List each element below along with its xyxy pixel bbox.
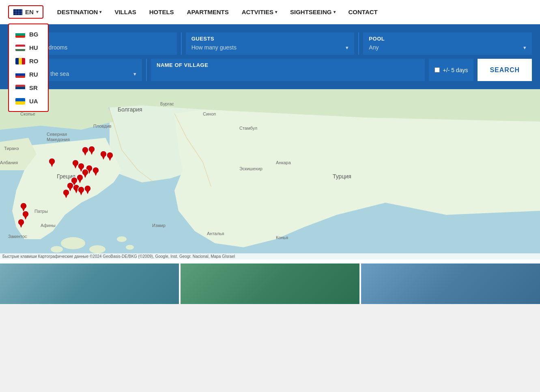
main-nav: DESTINATION ▾ VILLAS HOTELS APARTMENTS A… [52, 5, 532, 19]
svg-text:Турция: Турция [333, 173, 351, 180]
svg-text:Скопье: Скопье [20, 111, 35, 116]
lang-option-sr[interactable]: SR [9, 81, 48, 94]
nav-activities-label: ACTVITIES [242, 9, 273, 15]
lang-option-ro[interactable]: RO [9, 54, 48, 68]
nav-villas-label: VILLAS [114, 9, 136, 15]
bg-flag-icon [15, 31, 25, 38]
svg-text:Бургас: Бургас [160, 101, 174, 106]
map-section[interactable]: Болгария Греция Турция Косово Скопье Пло… [0, 89, 540, 259]
svg-text:Конья: Конья [276, 235, 288, 240]
search-section: BEDROOMS How many bedrooms 123 456+ GUES… [0, 24, 540, 89]
lang-option-ua[interactable]: UA [9, 94, 48, 108]
en-flag-icon [13, 9, 23, 15]
guests-field: GUESTS How many guests 123 456 78+ ▾ [186, 32, 355, 55]
svg-point-4 [117, 236, 127, 242]
nav-hotels-label: HOTELS [149, 9, 174, 15]
nav-apartments-label: APARTMENTS [187, 9, 229, 15]
nav-villas[interactable]: VILLAS [109, 5, 142, 19]
svg-point-3 [51, 246, 63, 253]
map-attribution-text: Быстрые клавиши Картографические данные … [2, 254, 235, 259]
village-label: NAME OF VILLAGE [151, 59, 425, 69]
gallery-item-2[interactable] [181, 263, 359, 304]
search-row-2: DISTANCE Distance from the sea < 100m< 2… [8, 59, 532, 81]
svg-point-2 [89, 245, 105, 253]
svg-text:Измир: Измир [152, 223, 166, 228]
lang-hu-label: HU [29, 44, 38, 51]
days-checkbox-label[interactable]: +/- 5 days [435, 67, 468, 73]
lang-sr-label: SR [29, 84, 38, 91]
language-dropdown: BG HU RO RU SR UA [8, 24, 49, 112]
village-input[interactable] [151, 69, 425, 81]
nav-apartments[interactable]: APARTMENTS [181, 5, 235, 19]
nav-hotels[interactable]: HOTELS [144, 5, 180, 19]
gallery-section [0, 259, 540, 304]
days-checkbox[interactable] [435, 67, 440, 73]
nav-contact-label: CONTACT [349, 9, 378, 15]
gallery-item-1[interactable] [0, 263, 179, 304]
activities-chevron-icon: ▾ [275, 10, 277, 14]
map-svg: Болгария Греция Турция Косово Скопье Пло… [0, 89, 540, 259]
svg-text:Болгария: Болгария [118, 106, 142, 113]
guests-select[interactable]: How many guests 123 456 78+ [191, 44, 346, 51]
pool-label: POOL [363, 32, 532, 43]
pool-chevron-icon: ▾ [523, 45, 526, 51]
lang-option-ru[interactable]: RU [9, 68, 48, 81]
lang-option-hu[interactable]: HU [9, 41, 48, 54]
lang-option-bg[interactable]: BG [9, 28, 48, 41]
lang-chevron-icon: ▾ [36, 9, 39, 15]
pool-control: Any Yes No ▾ [363, 43, 532, 55]
ru-flag-icon [15, 71, 25, 78]
nav-sightseeing-label: SIGHTSEEING [290, 9, 332, 15]
pool-select[interactable]: Any Yes No [369, 44, 523, 51]
days-wrapper: +/- 5 days [429, 59, 474, 81]
lang-ro-label: RO [29, 58, 39, 64]
guests-control: How many guests 123 456 78+ ▾ [186, 43, 355, 55]
gallery-item-3[interactable] [361, 263, 540, 304]
nav-destination-label: DESTINATION [57, 9, 98, 15]
svg-text:Патры: Патры [34, 209, 48, 214]
svg-text:Анталья: Анталья [207, 231, 224, 236]
svg-text:Тиранэ: Тиранэ [4, 146, 19, 151]
map-attribution: Быстрые клавиши Картографические данные … [0, 253, 540, 259]
nav-contact[interactable]: CONTACT [343, 5, 383, 19]
sr-flag-icon [15, 85, 25, 91]
sightseeing-chevron-icon: ▾ [333, 10, 336, 14]
language-selector[interactable]: EN ▾ [8, 5, 43, 19]
ua-flag-icon [15, 98, 25, 105]
days-label: +/- 5 days [443, 67, 468, 73]
pool-field: POOL Any Yes No ▾ [363, 32, 532, 55]
nav-destination[interactable]: DESTINATION ▾ [52, 5, 108, 19]
svg-text:Синоп: Синоп [203, 111, 216, 116]
svg-text:Македония: Македония [47, 137, 70, 142]
svg-text:Анкара: Анкара [276, 160, 291, 165]
svg-text:Закинтос: Закинтос [8, 234, 27, 239]
svg-text:Северная: Северная [47, 132, 67, 137]
guests-chevron-icon: ▾ [346, 45, 349, 51]
village-field: NAME OF VILLAGE [151, 59, 425, 81]
svg-point-1 [61, 237, 85, 249]
svg-text:Стамбул: Стамбул [239, 126, 257, 131]
svg-point-5 [126, 245, 134, 250]
lang-ru-label: RU [29, 71, 38, 78]
sep-1 [181, 32, 182, 55]
sep-2 [358, 32, 359, 55]
current-lang-label: EN [25, 9, 34, 15]
hu-flag-icon [15, 45, 25, 51]
ro-flag-icon [15, 58, 25, 64]
lang-ua-label: UA [29, 98, 38, 105]
guests-label: GUESTS [186, 32, 355, 43]
destination-chevron-icon: ▾ [99, 10, 101, 14]
search-row-1: BEDROOMS How many bedrooms 123 456+ GUES… [8, 32, 532, 55]
svg-text:Пловдив: Пловдив [93, 124, 112, 129]
distance-chevron-icon: ▾ [133, 71, 136, 77]
lang-bg-label: BG [29, 31, 39, 38]
nav-activities[interactable]: ACTVITIES ▾ [236, 5, 283, 19]
sep-3 [146, 59, 147, 81]
svg-text:Эскишехир: Эскишехир [239, 166, 262, 171]
nav-sightseeing[interactable]: SIGHTSEEING ▾ [284, 5, 341, 19]
svg-text:Афины: Афины [41, 223, 56, 228]
navbar: EN ▾ DESTINATION ▾ VILLAS HOTELS APARTME… [0, 0, 540, 24]
svg-text:Албания: Албания [0, 160, 18, 165]
search-button[interactable]: SEARCH [478, 59, 532, 81]
